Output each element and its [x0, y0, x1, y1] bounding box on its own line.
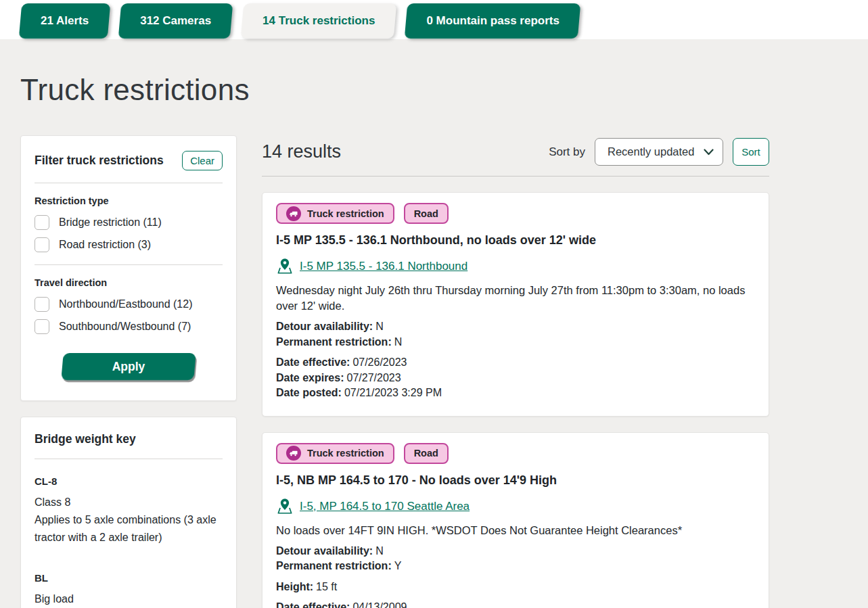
sort-select-value: Recently updated — [608, 145, 694, 158]
road-badge: Road — [404, 443, 449, 464]
truck-icon — [286, 206, 301, 221]
field-line: Detour availability:N — [276, 319, 755, 335]
divider — [35, 459, 223, 459]
location-link-label: I-5 MP 135.5 - 136.1 Northbound — [300, 260, 467, 273]
weight-key-code: BL — [35, 572, 223, 584]
checkbox-label: Northbound/Eastbound (12) — [59, 298, 192, 310]
clear-button[interactable]: Clear — [182, 151, 223, 170]
page-title: Truck restrictions — [20, 39, 769, 107]
truck-restriction-badge: Truck restriction — [276, 203, 394, 224]
tab-alerts[interactable]: 21 Alerts — [20, 3, 109, 39]
weight-key-line: Applies to 5 axle combinations (3 axle t… — [35, 511, 223, 546]
filter-group-label-travel-direction: Travel direction — [35, 277, 223, 288]
checkbox-row-northbound-eastbound[interactable]: Northbound/Eastbound (12) — [35, 297, 223, 312]
bridge-weight-key-title: Bridge weight key — [35, 432, 136, 446]
apply-button-label: Apply — [112, 360, 145, 373]
field-line: Date expires:07/27/2023 — [276, 371, 755, 386]
content-area: Truck restrictions Filter truck restrict… — [0, 39, 868, 608]
location-link[interactable]: I-5, MP 164.5 to 170 Seattle Area — [276, 498, 470, 515]
sort-select[interactable]: Recently updated — [595, 138, 723, 166]
location-link-label: I-5, MP 164.5 to 170 Seattle Area — [300, 500, 470, 513]
map-pin-icon — [276, 498, 294, 515]
filter-panel: Filter truck restrictions Clear Restrict… — [20, 135, 237, 401]
tab-mountain-pass-reports[interactable]: 0 Mountain pass reports — [406, 3, 579, 39]
weight-key-line: Class 8 — [35, 494, 223, 511]
result-description: No loads over 14FT 9IN HIGH. *WSDOT Does… — [276, 523, 755, 538]
truck-restriction-badge: Truck restriction — [276, 443, 394, 464]
map-pin-icon — [276, 258, 294, 275]
truck-icon — [286, 446, 301, 461]
tab-bar: 21 Alerts 312 Cameras 14 Truck restricti… — [0, 0, 868, 39]
road-badge: Road — [404, 203, 449, 224]
divider — [35, 264, 223, 265]
divider — [35, 183, 223, 183]
checkbox-row-road-restriction[interactable]: Road restriction (3) — [35, 237, 223, 252]
badge-label: Truck restriction — [307, 448, 384, 459]
sidebar: Filter truck restrictions Clear Restrict… — [20, 135, 237, 608]
badge-label: Road — [414, 448, 438, 459]
result-card: Truck restriction Road I-5 MP 135.5 - 13… — [262, 192, 769, 417]
field-line: Height:15 ft — [276, 580, 755, 595]
checkbox-row-bridge-restriction[interactable]: Bridge restriction (11) — [35, 215, 223, 230]
bridge-restriction-checkbox[interactable] — [35, 215, 49, 230]
bridge-weight-key-panel: Bridge weight key CL-8 Class 8 Applies t… — [20, 417, 237, 608]
field-line: Date effective:07/26/2023 — [276, 355, 755, 371]
weight-key-code: CL-8 — [35, 475, 223, 487]
results-count: 14 results — [262, 141, 341, 162]
filter-panel-title: Filter truck restrictions — [35, 154, 164, 168]
tab-truck-restrictions[interactable]: 14 Truck restrictions — [242, 3, 395, 39]
weight-key-line: Big load — [35, 590, 223, 608]
checkbox-label: Bridge restriction (11) — [59, 216, 162, 229]
badge-label: Road — [414, 208, 438, 219]
checkbox-label: Southbound/Westbound (7) — [59, 321, 191, 333]
result-title: I-5 MP 135.5 - 136.1 Northbound, no load… — [276, 233, 755, 248]
field-line: Permanent restriction:N — [276, 335, 755, 350]
northbound-eastbound-checkbox[interactable] — [35, 297, 49, 312]
tab-label: 0 Mountain pass reports — [426, 14, 559, 28]
southbound-westbound-checkbox[interactable] — [35, 319, 49, 334]
tab-label: 312 Cameras — [140, 14, 211, 28]
result-card: Truck restriction Road I-5, NB MP 164.5 … — [262, 432, 769, 608]
result-title: I-5, NB MP 164.5 to 170 - No loads over … — [276, 473, 755, 488]
checkbox-row-southbound-westbound[interactable]: Southbound/Westbound (7) — [35, 319, 223, 334]
tab-cameras[interactable]: 312 Cameras — [120, 3, 231, 39]
result-description: Wednesday night July 26th thru Thursday … — [276, 283, 755, 314]
road-restriction-checkbox[interactable] — [35, 237, 49, 252]
apply-button[interactable]: Apply — [62, 353, 195, 380]
tab-label: 21 Alerts — [41, 14, 89, 28]
tab-label: 14 Truck restrictions — [262, 14, 375, 28]
checkbox-label: Road restriction (3) — [59, 239, 151, 251]
field-line: Permanent restriction:Y — [276, 559, 755, 574]
sort-button[interactable]: Sort — [733, 138, 769, 166]
chevron-down-icon — [704, 149, 714, 156]
filter-group-label-restriction-type: Restriction type — [35, 195, 223, 206]
results-section: 14 results Sort by Recently updated Sort — [262, 135, 769, 608]
badge-label: Truck restriction — [307, 208, 384, 219]
sort-by-label: Sort by — [549, 145, 585, 159]
location-link[interactable]: I-5 MP 135.5 - 136.1 Northbound — [276, 258, 467, 275]
page: 21 Alerts 312 Cameras 14 Truck restricti… — [0, 0, 868, 608]
field-line: Date effective:04/13/2009 — [276, 600, 755, 608]
field-line: Detour availability:N — [276, 544, 755, 559]
field-line: Date posted:07/21/2023 3:29 PM — [276, 385, 755, 401]
